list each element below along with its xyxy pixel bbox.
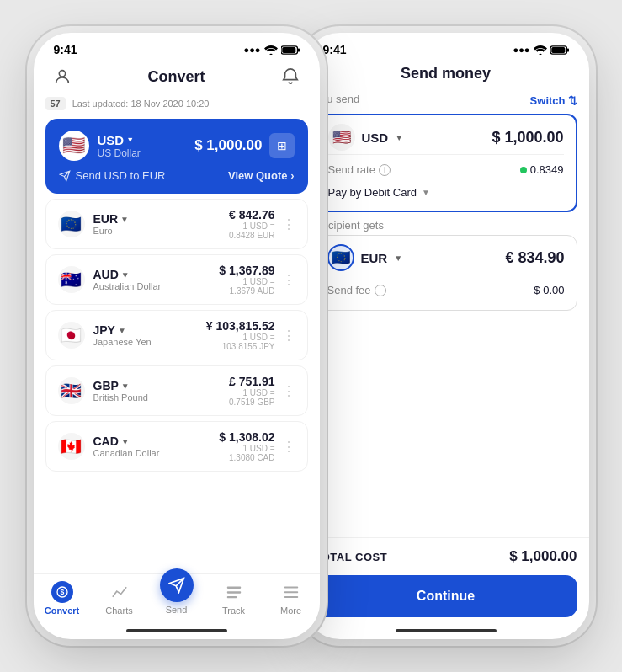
signal-icon: ●●● <box>244 45 261 55</box>
recipient-card-divider <box>327 275 565 275</box>
svg-point-3 <box>59 71 65 77</box>
status-icons-right: ●●● <box>513 45 569 55</box>
tab-charts[interactable]: Charts <box>98 581 141 616</box>
send-money-title: Send money <box>401 65 491 83</box>
svg-rect-10 <box>284 591 297 593</box>
currency-row-jpy[interactable]: 🇯🇵 JPY ▼ Japanese Yen ¥ 103,815.52 <box>45 310 308 360</box>
svg-rect-1 <box>297 48 299 51</box>
eur-dropdown: ▼ <box>120 215 129 224</box>
status-icons-left: ●●● <box>244 45 300 55</box>
send-rate-value: 0.8349 <box>520 163 564 176</box>
eur-amount: € 842.76 <box>229 208 275 221</box>
jpy-name: Japanese Yen <box>93 337 152 347</box>
home-indicator-right <box>396 629 497 632</box>
tab-send[interactable]: Send <box>156 582 198 615</box>
dropdown-arrow-usd: ▼ <box>126 136 134 144</box>
recipient-card: 🇪🇺 EUR ▼ € 834.90 Send fee i $ 0.00 <box>315 235 577 311</box>
svg-rect-2 <box>282 47 295 53</box>
you-send-card: 🇺🇸 USD ▼ $ 1,000.00 Send rate i 0.8349 <box>315 114 577 212</box>
selected-currency-name: US Dollar <box>98 147 141 159</box>
aud-dropdown: ▼ <box>121 270 130 280</box>
nav-header-left: Convert <box>34 61 320 97</box>
selected-currency-card[interactable]: 🇺🇸 USD ▼ US Dollar $ 1,000.00 ⊞ <box>45 119 308 194</box>
track-tab-icon <box>223 581 245 603</box>
svg-text:$: $ <box>60 588 64 596</box>
currency-row-cad[interactable]: 🇨🇦 CAD ▼ Canadian Dollar $ 1,308.02 <box>45 421 308 472</box>
gbp-flag: 🇬🇧 <box>58 377 85 404</box>
svg-rect-11 <box>284 596 297 598</box>
recipient-currency-selector[interactable]: 🇪🇺 EUR ▼ <box>327 244 403 271</box>
bell-icon[interactable] <box>279 65 302 88</box>
pay-method-row[interactable]: Pay by Debit Card ▼ <box>328 181 564 202</box>
pay-method-chevron: ▼ <box>422 188 430 197</box>
screen-content-left: 57 Last updated: 18 Nov 2020 10:20 🇺🇸 US… <box>34 97 320 573</box>
tab-track[interactable]: Track <box>213 581 255 616</box>
cad-name: Canadian Dollar <box>93 448 160 458</box>
aud-flag: 🇦🇺 <box>58 266 85 293</box>
currency-row-aud[interactable]: 🇦🇺 AUD ▼ Australian Dollar $ 1,367.89 <box>45 254 308 305</box>
switch-arrows-icon: ⇅ <box>568 94 577 107</box>
view-quote-btn[interactable]: View Quote › <box>228 169 295 182</box>
send-usd-code: USD <box>362 131 389 145</box>
last-updated-text: Last updated: 18 Nov 2020 10:20 <box>72 99 210 109</box>
send-fee-row: Send fee i $ 0.00 <box>327 279 565 301</box>
gbp-rate: 1 USD =0.7519 GBP <box>229 388 275 407</box>
currency-row-gbp[interactable]: 🇬🇧 GBP ▼ British Pound £ 751.91 1 <box>45 365 308 416</box>
cad-flag: 🇨🇦 <box>58 433 85 460</box>
svg-rect-8 <box>226 596 236 598</box>
selected-currency-code: USD ▼ <box>98 133 141 147</box>
send-currency-selector[interactable]: 🇺🇸 USD ▼ <box>328 124 404 151</box>
time-right: 9:41 <box>323 43 347 56</box>
currency-row-eur[interactable]: 🇪🇺 EUR ▼ Euro € 842.76 1 USD =0.8 <box>45 199 308 249</box>
selected-currency-amount: $ 1,000.00 <box>194 137 262 154</box>
last-updated-bar: 57 Last updated: 18 Nov 2020 10:20 <box>45 97 308 110</box>
cad-code: CAD <box>93 435 119 448</box>
status-bar-left: 9:41 ●●● <box>34 33 320 61</box>
person-icon[interactable] <box>51 65 74 88</box>
aud-code: AUD <box>93 268 119 281</box>
wifi-icon-r <box>534 45 547 55</box>
tab-more[interactable]: More <box>270 581 312 616</box>
send-rate-row: Send rate i 0.8349 <box>328 158 564 181</box>
fee-info-icon: i <box>375 285 386 296</box>
jpy-amount: ¥ 103,815.52 <box>206 319 275 333</box>
convert-tab-label: Convert <box>45 605 80 616</box>
cad-rate: 1 USD =1.3080 CAD <box>219 444 274 462</box>
selected-currency-info: 🇺🇸 USD ▼ US Dollar <box>59 131 141 161</box>
cad-menu-icon[interactable]: ⋮ <box>282 439 295 455</box>
convert-tab-icon: $ <box>51 581 73 603</box>
jpy-dropdown: ▼ <box>118 326 126 335</box>
pay-method-label: Pay by Debit Card <box>328 186 417 199</box>
you-send-label: You send <box>315 93 360 105</box>
recipient-amount: € 834.90 <box>505 249 564 267</box>
svg-rect-6 <box>226 586 240 588</box>
gbp-menu-icon[interactable]: ⋮ <box>282 383 295 399</box>
eur-flag: 🇪🇺 <box>58 211 85 237</box>
time-left: 9:41 <box>54 43 77 56</box>
aud-menu-icon[interactable]: ⋮ <box>282 272 295 288</box>
tab-convert[interactable]: $ Convert <box>41 581 83 616</box>
send-rate-info-icon: i <box>379 164 391 176</box>
currency-list: 🇪🇺 EUR ▼ Euro € 842.76 1 USD =0.8 <box>45 199 308 472</box>
recipient-eur-flag: 🇪🇺 <box>327 244 354 271</box>
gbp-code: GBP <box>93 379 119 392</box>
switch-button[interactable]: Switch ⇅ <box>530 94 577 107</box>
svg-rect-14 <box>551 47 565 53</box>
total-cost-row: TOTAL COST $ 1,000.00 <box>303 537 589 575</box>
update-badge: 57 <box>45 97 66 110</box>
eur-menu-icon[interactable]: ⋮ <box>282 216 295 232</box>
send-usd-flag: 🇺🇸 <box>328 124 355 151</box>
send-tab-label: Send <box>166 605 188 615</box>
send-fee-value: $ 0.00 <box>534 284 564 296</box>
signal-icon-r: ●●● <box>513 45 530 55</box>
calculator-icon[interactable]: ⊞ <box>269 133 295 158</box>
continue-button[interactable]: Continue <box>315 575 577 617</box>
aud-name: Australian Dollar <box>93 281 162 291</box>
gbp-dropdown: ▼ <box>121 381 130 391</box>
svg-rect-13 <box>566 48 568 51</box>
send-tab-icon <box>160 568 194 602</box>
total-cost-label: TOTAL COST <box>315 551 388 563</box>
send-label[interactable]: Send USD to EUR <box>59 169 166 182</box>
jpy-menu-icon[interactable]: ⋮ <box>282 328 295 344</box>
gbp-name: British Pound <box>93 392 148 403</box>
